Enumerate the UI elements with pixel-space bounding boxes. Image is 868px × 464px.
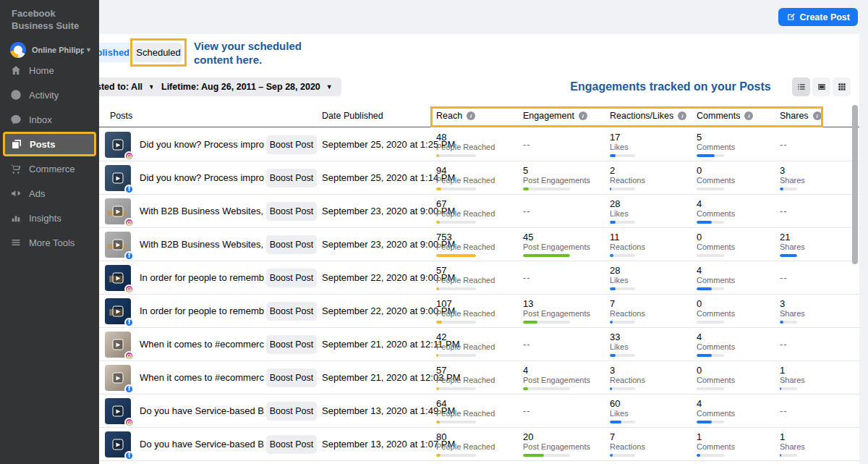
reactions-metric: 2Reactions: [610, 165, 645, 190]
reach-bar: [436, 454, 476, 457]
scheduled-helper-note: View your scheduled content here.: [194, 39, 317, 67]
post-thumbnail[interactable]: f: [105, 365, 131, 391]
table-row[interactable]: With B2B Business Websites, your goal is…: [99, 195, 859, 228]
table-row[interactable]: When it comes to #ecommerce, time is of …: [99, 328, 859, 361]
sidebar-item-ads[interactable]: Ads: [0, 181, 99, 206]
reactions-bar: [610, 254, 635, 257]
boost-post-button[interactable]: Boost Post: [266, 202, 317, 221]
reach-metric: 94People Reached: [436, 165, 495, 190]
shares-metric: --: [780, 132, 788, 150]
main-content: Create Post Published Scheduled View you…: [99, 0, 868, 464]
create-post-button[interactable]: Create Post: [778, 8, 858, 26]
play-icon: [113, 173, 124, 184]
reactions-bar: [610, 354, 635, 357]
table-row[interactable]: f In order for people to remember your b…: [99, 295, 859, 328]
business-selector[interactable]: Online Philippine… ▼: [10, 42, 92, 58]
reactions-metric: 7Reactions: [610, 431, 645, 457]
sidebar-item-label: More Tools: [29, 237, 75, 248]
grid-view-icon: [837, 82, 847, 92]
reach-bar: [436, 321, 476, 324]
table-row[interactable]: f When it comes to #ecommerce, time is o…: [99, 361, 859, 395]
comments-metric: 4Comments: [697, 198, 735, 224]
comments-bar: [697, 254, 724, 257]
info-icon[interactable]: i: [579, 111, 587, 120]
info-icon[interactable]: i: [813, 111, 822, 120]
boost-post-button[interactable]: Boost Post: [266, 269, 317, 287]
post-thumbnail[interactable]: f: [105, 431, 131, 457]
col-header-engagement: Engagementi: [523, 111, 587, 121]
sidebar-item-label: Home: [29, 65, 54, 76]
post-title: When it comes to #ecommerce, time is of …: [140, 339, 264, 350]
comments-bar: [697, 154, 724, 157]
post-thumbnail[interactable]: [105, 132, 131, 158]
lifetime-label: Lifetime: Aug 26, 2011 – Sep 28, 2020: [161, 82, 320, 92]
post-thumbnail[interactable]: f: [105, 298, 131, 324]
post-title: In order for people to remember your bra…: [140, 305, 264, 316]
boost-post-button[interactable]: Boost Post: [266, 235, 317, 254]
table-row[interactable]: Did you know? Process improvement is par…: [99, 128, 859, 161]
post-thumbnail[interactable]: [105, 398, 131, 424]
shares-metric: --: [780, 198, 788, 216]
grid-view-button[interactable]: [833, 77, 851, 96]
engagement-metric: 45Post Engagements: [523, 232, 590, 257]
post-date: September 13, 2020 at 1:49 PM: [322, 405, 455, 416]
comments-bar: [697, 221, 724, 224]
post-date: September 23, 2020 at 9:00 PM: [322, 239, 455, 250]
post-title: With B2B Business Websites, your goal is…: [140, 239, 264, 250]
boost-post-button[interactable]: Boost Post: [266, 169, 317, 187]
post-thumbnail[interactable]: [105, 332, 131, 358]
comments-bar: [697, 454, 724, 457]
lifetime-filter[interactable]: Lifetime: Aug 26, 2011 – Sep 28, 2020 ▼: [153, 77, 341, 96]
post-thumbnail[interactable]: [105, 265, 131, 291]
sidebar-item-inbox[interactable]: Inbox: [0, 107, 99, 132]
comments-bar: [697, 187, 724, 190]
instagram-badge-icon: [124, 151, 134, 161]
table-row[interactable]: In order for people to remember your bra…: [99, 261, 859, 295]
reactions-bar: [610, 454, 635, 457]
sidebar-item-more-tools[interactable]: More Tools: [0, 230, 99, 255]
more-tools-icon: [10, 237, 22, 248]
table-row[interactable]: f Do you have Service-based Business? He…: [99, 428, 859, 461]
boost-post-button[interactable]: Boost Post: [266, 368, 317, 387]
instagram-badge-icon: [124, 284, 134, 294]
engagement-metric: --: [523, 265, 531, 283]
sidebar-item-home[interactable]: Home: [0, 58, 99, 83]
table-row[interactable]: f With B2B Business Websites, your goal …: [99, 228, 859, 261]
post-thumbnail[interactable]: f: [105, 165, 131, 191]
table-row[interactable]: Do you have Service-based Business? Here…: [99, 395, 859, 428]
reactions-metric: 7Reactions: [610, 298, 645, 324]
boost-post-button[interactable]: Boost Post: [266, 335, 317, 354]
engagement-metric: --: [523, 198, 531, 216]
posts-icon: [11, 138, 22, 150]
boost-post-button[interactable]: Boost Post: [266, 435, 317, 454]
ads-icon: [10, 187, 22, 199]
reach-metric: 48People Reached: [436, 132, 495, 157]
view-toggle-group: [792, 77, 851, 96]
vertical-scrollbar[interactable]: [852, 105, 858, 264]
list-view-button[interactable]: [792, 77, 810, 96]
info-icon[interactable]: i: [467, 111, 475, 120]
sidebar-item-commerce[interactable]: Commerce: [0, 156, 99, 181]
sidebar-item-activity[interactable]: Activity: [0, 83, 99, 107]
reactions-bar: [610, 187, 635, 190]
engagement-metric: 5Post Engagements: [523, 165, 590, 190]
instagram-badge-icon: [124, 418, 134, 427]
sidebar-item-posts[interactable]: Posts: [3, 132, 96, 156]
info-icon[interactable]: i: [678, 111, 686, 120]
reactions-bar: [610, 287, 635, 290]
table-row[interactable]: f Did you know? Process improvement is p…: [99, 161, 859, 195]
sidebar-nav: Home Activity Inbox Posts Commerce Ads I…: [0, 58, 99, 255]
sidebar-item-insights[interactable]: Insights: [0, 206, 99, 230]
tab-scheduled[interactable]: Scheduled: [135, 43, 182, 62]
post-thumbnail[interactable]: f: [105, 232, 131, 258]
reach-metric: 42People Reached: [436, 332, 495, 357]
boost-post-button[interactable]: Boost Post: [266, 402, 317, 421]
post-thumbnail[interactable]: [105, 198, 131, 224]
card-view-button[interactable]: [812, 77, 830, 96]
reactions-bar: [610, 321, 635, 324]
boost-post-button[interactable]: Boost Post: [266, 135, 317, 154]
business-name: Online Philippine…: [32, 46, 84, 54]
post-date: September 22, 2020 at 9:00 PM: [322, 305, 455, 316]
boost-post-button[interactable]: Boost Post: [266, 302, 317, 321]
info-icon[interactable]: i: [744, 111, 753, 120]
